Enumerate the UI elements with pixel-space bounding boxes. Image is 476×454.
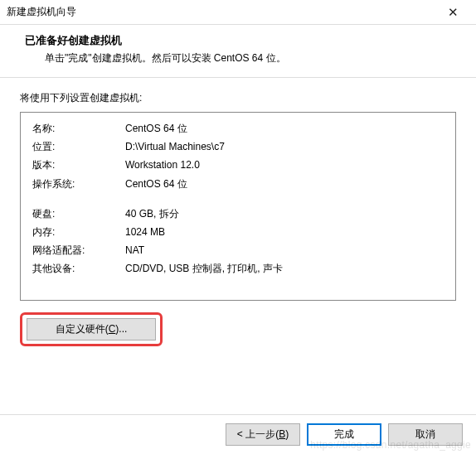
wizard-header: 已准备好创建虚拟机 单击"完成"创建虚拟机。然后可以安装 CentOS 64 位… [0, 25, 476, 78]
back-post: ) [285, 428, 289, 440]
back-button[interactable]: < 上一步(B) [226, 423, 300, 446]
key-version: 版本: [32, 157, 125, 173]
page-subtitle: 单击"完成"创建虚拟机。然后可以安装 CentOS 64 位。 [13, 51, 463, 65]
back-pre: < 上一步( [237, 428, 279, 440]
key-location: 位置: [32, 139, 125, 155]
row-network: 网络适配器: NAT [32, 243, 444, 258]
settings-label: 将使用下列设置创建虚拟机: [20, 91, 456, 105]
customize-row: 自定义硬件(C)... [20, 312, 456, 346]
val-memory: 1024 MB [125, 225, 444, 240]
row-memory: 内存: 1024 MB [32, 225, 444, 240]
val-location: D:\Virtual Machines\c7 [125, 139, 444, 155]
row-version: 版本: Workstation 12.0 [32, 157, 444, 173]
val-name: CentOS 64 位 [125, 121, 444, 137]
page-title: 已准备好创建虚拟机 [13, 33, 463, 48]
key-memory: 内存: [32, 225, 125, 240]
row-os: 操作系统: CentOS 64 位 [32, 176, 444, 192]
titlebar: 新建虚拟机向导 ✕ [0, 0, 476, 25]
val-disk: 40 GB, 拆分 [125, 206, 444, 222]
val-network: NAT [125, 243, 444, 258]
customize-hardware-button[interactable]: 自定义硬件(C)... [27, 318, 156, 340]
row-devices: 其他设备: CD/DVD, USB 控制器, 打印机, 声卡 [32, 261, 444, 277]
btn-text-post: )... [115, 323, 127, 335]
key-os: 操作系统: [32, 176, 125, 192]
customize-highlight: 自定义硬件(C)... [20, 312, 163, 346]
wizard-body: 将使用下列设置创建虚拟机: 名称: CentOS 64 位 位置: D:\Vir… [0, 78, 476, 346]
close-icon[interactable]: ✕ [436, 1, 469, 24]
key-name: 名称: [32, 121, 125, 137]
row-name: 名称: CentOS 64 位 [32, 121, 444, 137]
key-devices: 其他设备: [32, 261, 125, 277]
back-hotkey: B [279, 428, 285, 440]
val-version: Workstation 12.0 [125, 157, 444, 173]
cancel-button[interactable]: 取消 [388, 423, 463, 446]
key-disk: 硬盘: [32, 206, 125, 222]
window-title: 新建虚拟机向导 [7, 5, 76, 19]
row-location: 位置: D:\Virtual Machines\c7 [32, 139, 444, 155]
val-os: CentOS 64 位 [125, 176, 444, 192]
finish-button[interactable]: 完成 [307, 423, 381, 446]
val-devices: CD/DVD, USB 控制器, 打印机, 声卡 [125, 261, 444, 277]
settings-summary-box: 名称: CentOS 64 位 位置: D:\Virtual Machines\… [20, 112, 456, 301]
wizard-footer: < 上一步(B) 完成 取消 [0, 414, 476, 454]
btn-text-pre: 自定义硬件( [56, 323, 109, 335]
key-network: 网络适配器: [32, 243, 125, 258]
row-disk: 硬盘: 40 GB, 拆分 [32, 206, 444, 222]
